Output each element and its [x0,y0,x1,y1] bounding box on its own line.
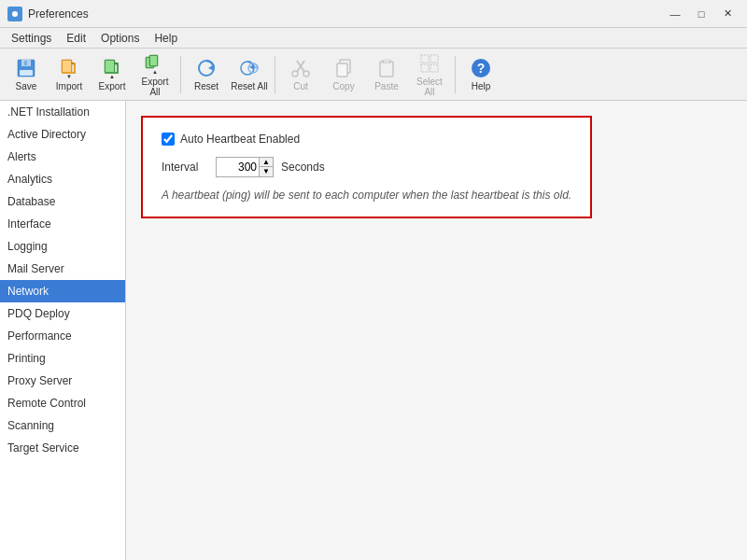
paste-label: Paste [374,81,399,91]
svg-point-29 [292,71,298,77]
close-button[interactable]: ✕ [715,5,740,23]
export-label: Export [99,81,126,91]
sidebar-item-network[interactable]: Network [0,280,125,302]
sidebar-item-alerts[interactable]: Alerts [0,146,125,168]
sidebar: .NET Installation Active Directory Alert… [0,101,126,560]
toolbar: Save ▼ Import ▲ Export [0,49,747,101]
sidebar-item-database[interactable]: Database [0,190,125,213]
sidebar-item-performance[interactable]: Performance [0,325,125,347]
sidebar-item-remote-control[interactable]: Remote Control [0,392,125,414]
svg-rect-39 [430,64,438,72]
title-bar-left: Preferences [7,7,89,21]
interval-input-wrap: ▲ ▼ [216,157,274,177]
sidebar-item-target-service[interactable]: Target Service [0,437,125,459]
content-area: Auto Heartbeat Enabled Interval ▲ ▼ Seco… [126,101,747,560]
menu-options[interactable]: Options [93,30,147,47]
svg-rect-34 [380,62,393,77]
svg-rect-36 [421,55,429,63]
toolbar-sep-1 [180,56,181,93]
window-title: Preferences [28,7,89,21]
sidebar-item-pdq-deploy[interactable]: PDQ Deploy [0,302,125,325]
svg-marker-22 [208,64,214,71]
interval-label: Interval [162,161,208,174]
export-all-label: Export All [136,77,174,97]
copy-icon [332,57,355,79]
select-all-label: Select All [411,77,448,97]
interval-row: Interval ▲ ▼ Seconds [162,157,571,177]
reset-all-label: Reset All [231,81,267,91]
reset-icon [195,57,218,79]
sidebar-item-proxy-server[interactable]: Proxy Server [0,370,125,392]
reset-label: Reset [194,81,218,91]
interval-spinner: ▲ ▼ [259,158,273,176]
cut-label: Cut [293,81,308,91]
app-icon [7,7,22,21]
help-button[interactable]: ? Help [460,52,501,97]
heartbeat-description: A heartbeat (ping) will be sent to each … [162,189,571,202]
sidebar-item-mail-server[interactable]: Mail Server [0,258,125,280]
svg-point-30 [303,71,309,77]
export-all-icon: ▲ [144,52,166,75]
select-all-button[interactable]: Select All [409,52,450,97]
svg-text:?: ? [477,61,486,76]
svg-rect-4 [20,70,33,76]
maximize-button[interactable]: □ [689,5,713,23]
import-icon: ▼ [58,57,80,79]
auto-heartbeat-row: Auto Heartbeat Enabled [162,133,571,146]
sidebar-item-scanning[interactable]: Scanning [0,414,125,437]
copy-button[interactable]: Copy [323,52,364,97]
sidebar-item-logging[interactable]: Logging [0,235,125,258]
cut-button[interactable]: Cut [280,52,321,97]
menu-settings[interactable]: Settings [4,30,59,47]
svg-point-1 [12,11,18,17]
seconds-label: Seconds [281,161,325,174]
svg-rect-32 [337,63,347,77]
export-button[interactable]: ▲ Export [92,52,133,97]
sidebar-item-analytics[interactable]: Analytics [0,168,125,190]
svg-rect-37 [430,55,438,63]
svg-rect-5 [24,61,27,65]
svg-rect-38 [421,64,429,72]
svg-text:▼: ▼ [66,74,72,79]
copy-label: Copy [332,81,354,91]
export-all-button[interactable]: ▲ Export All [134,52,176,97]
save-label: Save [16,81,37,91]
paste-icon [375,57,398,79]
svg-rect-12 [106,61,114,72]
menu-help[interactable]: Help [147,30,185,47]
main-area: .NET Installation Active Directory Alert… [0,101,747,560]
title-bar-controls: — □ ✕ [663,5,740,23]
sidebar-item-active-directory[interactable]: Active Directory [0,123,125,146]
reset-all-icon [238,57,261,79]
select-all-icon [418,52,441,75]
minimize-button[interactable]: — [663,5,687,23]
svg-text:▲: ▲ [152,69,158,75]
svg-rect-35 [384,59,389,63]
interval-up-button[interactable]: ▲ [260,158,273,167]
settings-panel: Auto Heartbeat Enabled Interval ▲ ▼ Seco… [141,116,592,218]
svg-rect-19 [150,56,157,65]
help-label: Help [472,81,491,91]
save-icon [15,57,37,79]
toolbar-sep-2 [275,56,275,93]
auto-heartbeat-label[interactable]: Auto Heartbeat Enabled [180,133,300,146]
sidebar-item-printing[interactable]: Printing [0,347,125,370]
sidebar-item-net-installation[interactable]: .NET Installation [0,101,125,123]
sidebar-item-interface[interactable]: Interface [0,213,125,235]
import-label: Import [56,81,82,91]
toolbar-sep-3 [455,56,456,93]
title-bar: Preferences — □ ✕ [0,0,747,28]
svg-text:▲: ▲ [109,74,115,79]
save-button[interactable]: Save [6,52,47,97]
interval-input[interactable] [217,158,259,176]
export-icon: ▲ [101,57,123,79]
menu-edit[interactable]: Edit [59,30,93,47]
menu-bar: Settings Edit Options Help [0,28,747,49]
auto-heartbeat-checkbox[interactable] [162,133,175,146]
reset-button[interactable]: Reset [186,52,227,97]
import-button[interactable]: ▼ Import [49,52,90,97]
paste-button[interactable]: Paste [366,52,407,97]
cut-icon [289,57,312,79]
reset-all-button[interactable]: Reset All [229,52,270,97]
interval-down-button[interactable]: ▼ [260,167,273,176]
